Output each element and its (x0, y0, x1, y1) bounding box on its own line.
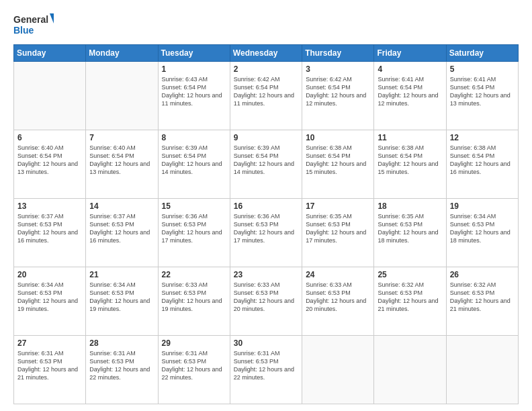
calendar-cell (302, 336, 374, 404)
day-number: 15 (162, 201, 226, 211)
calendar-cell: 24Sunrise: 6:33 AM Sunset: 6:53 PM Dayli… (302, 267, 374, 336)
day-info: Sunrise: 6:37 AM Sunset: 6:53 PM Dayligh… (89, 212, 154, 245)
calendar-header-row: SundayMondayTuesdayWednesdayThursdayFrid… (14, 45, 519, 62)
day-info: Sunrise: 6:38 AM Sunset: 6:54 PM Dayligh… (306, 144, 370, 177)
svg-text:Blue: Blue (13, 25, 34, 36)
day-number: 19 (450, 201, 515, 211)
calendar-week-3: 13Sunrise: 6:37 AM Sunset: 6:53 PM Dayli… (14, 199, 519, 267)
day-number: 2 (234, 64, 298, 74)
day-number: 3 (306, 64, 370, 74)
day-info: Sunrise: 6:31 AM Sunset: 6:53 PM Dayligh… (162, 349, 226, 382)
calendar-table: SundayMondayTuesdayWednesdayThursdayFrid… (13, 44, 519, 404)
calendar-cell: 2Sunrise: 6:42 AM Sunset: 6:54 PM Daylig… (230, 62, 302, 130)
logo: General Blue (13, 12, 54, 38)
day-number: 12 (450, 133, 515, 142)
day-number: 7 (89, 133, 154, 142)
day-info: Sunrise: 6:39 AM Sunset: 6:54 PM Dayligh… (162, 144, 226, 177)
day-number: 27 (17, 338, 82, 348)
calendar-cell: 25Sunrise: 6:32 AM Sunset: 6:53 PM Dayli… (374, 267, 446, 336)
day-number: 13 (17, 201, 82, 211)
calendar-cell: 21Sunrise: 6:34 AM Sunset: 6:53 PM Dayli… (86, 267, 158, 336)
calendar-cell (374, 336, 446, 404)
day-info: Sunrise: 6:38 AM Sunset: 6:54 PM Dayligh… (450, 144, 515, 177)
calendar-cell: 7Sunrise: 6:40 AM Sunset: 6:54 PM Daylig… (86, 130, 158, 199)
day-info: Sunrise: 6:37 AM Sunset: 6:53 PM Dayligh… (17, 212, 82, 245)
calendar-cell: 27Sunrise: 6:31 AM Sunset: 6:53 PM Dayli… (14, 336, 86, 404)
calendar-week-4: 20Sunrise: 6:34 AM Sunset: 6:53 PM Dayli… (14, 267, 519, 336)
day-number: 30 (234, 338, 298, 348)
calendar-cell: 4Sunrise: 6:41 AM Sunset: 6:54 PM Daylig… (374, 62, 446, 130)
day-info: Sunrise: 6:40 AM Sunset: 6:54 PM Dayligh… (89, 144, 154, 177)
day-number: 16 (234, 201, 298, 211)
day-number: 18 (378, 201, 442, 211)
calendar-cell: 14Sunrise: 6:37 AM Sunset: 6:53 PM Dayli… (86, 199, 158, 267)
col-header-monday: Monday (86, 45, 158, 62)
day-info: Sunrise: 6:31 AM Sunset: 6:53 PM Dayligh… (89, 349, 154, 382)
day-number: 29 (162, 338, 226, 348)
day-number: 5 (450, 64, 515, 74)
day-number: 24 (306, 270, 370, 279)
day-number: 23 (234, 270, 298, 279)
calendar-week-1: 1Sunrise: 6:43 AM Sunset: 6:54 PM Daylig… (14, 62, 519, 130)
day-info: Sunrise: 6:36 AM Sunset: 6:53 PM Dayligh… (234, 212, 298, 245)
day-info: Sunrise: 6:35 AM Sunset: 6:53 PM Dayligh… (378, 212, 442, 245)
day-info: Sunrise: 6:32 AM Sunset: 6:53 PM Dayligh… (378, 281, 442, 314)
calendar-cell: 3Sunrise: 6:42 AM Sunset: 6:54 PM Daylig… (302, 62, 374, 130)
calendar-cell: 6Sunrise: 6:40 AM Sunset: 6:54 PM Daylig… (14, 130, 86, 199)
day-info: Sunrise: 6:33 AM Sunset: 6:53 PM Dayligh… (306, 281, 370, 314)
day-number: 9 (234, 133, 298, 142)
calendar-cell (14, 62, 86, 130)
calendar-cell: 28Sunrise: 6:31 AM Sunset: 6:53 PM Dayli… (86, 336, 158, 404)
day-info: Sunrise: 6:32 AM Sunset: 6:53 PM Dayligh… (450, 281, 515, 314)
svg-marker-2 (50, 13, 54, 27)
calendar-cell: 1Sunrise: 6:43 AM Sunset: 6:54 PM Daylig… (158, 62, 230, 130)
day-number: 28 (89, 338, 154, 348)
day-number: 26 (450, 270, 515, 279)
day-number: 17 (306, 201, 370, 211)
calendar-cell: 11Sunrise: 6:38 AM Sunset: 6:54 PM Dayli… (374, 130, 446, 199)
col-header-wednesday: Wednesday (230, 45, 302, 62)
day-info: Sunrise: 6:33 AM Sunset: 6:53 PM Dayligh… (162, 281, 226, 314)
day-info: Sunrise: 6:31 AM Sunset: 6:53 PM Dayligh… (17, 349, 82, 382)
svg-text:General: General (13, 14, 48, 25)
calendar-cell: 13Sunrise: 6:37 AM Sunset: 6:53 PM Dayli… (14, 199, 86, 267)
day-number: 14 (89, 201, 154, 211)
day-info: Sunrise: 6:34 AM Sunset: 6:53 PM Dayligh… (450, 212, 515, 245)
calendar-cell: 30Sunrise: 6:31 AM Sunset: 6:53 PM Dayli… (230, 336, 302, 404)
calendar-cell: 22Sunrise: 6:33 AM Sunset: 6:53 PM Dayli… (158, 267, 230, 336)
day-info: Sunrise: 6:35 AM Sunset: 6:53 PM Dayligh… (306, 212, 370, 245)
day-info: Sunrise: 6:43 AM Sunset: 6:54 PM Dayligh… (162, 75, 226, 108)
calendar-cell: 15Sunrise: 6:36 AM Sunset: 6:53 PM Dayli… (158, 199, 230, 267)
day-number: 4 (378, 64, 442, 74)
calendar-cell: 16Sunrise: 6:36 AM Sunset: 6:53 PM Dayli… (230, 199, 302, 267)
day-number: 8 (162, 133, 226, 142)
day-info: Sunrise: 6:41 AM Sunset: 6:54 PM Dayligh… (378, 75, 442, 108)
day-info: Sunrise: 6:38 AM Sunset: 6:54 PM Dayligh… (378, 144, 442, 177)
calendar-cell: 10Sunrise: 6:38 AM Sunset: 6:54 PM Dayli… (302, 130, 374, 199)
day-number: 21 (89, 270, 154, 279)
day-info: Sunrise: 6:41 AM Sunset: 6:54 PM Dayligh… (450, 75, 515, 108)
calendar-cell: 23Sunrise: 6:33 AM Sunset: 6:53 PM Dayli… (230, 267, 302, 336)
day-number: 1 (162, 64, 226, 74)
calendar-cell (446, 336, 518, 404)
calendar-week-2: 6Sunrise: 6:40 AM Sunset: 6:54 PM Daylig… (14, 130, 519, 199)
day-info: Sunrise: 6:34 AM Sunset: 6:53 PM Dayligh… (89, 281, 154, 314)
calendar-cell: 20Sunrise: 6:34 AM Sunset: 6:53 PM Dayli… (14, 267, 86, 336)
day-number: 25 (378, 270, 442, 279)
calendar-cell (86, 62, 158, 130)
calendar-cell: 19Sunrise: 6:34 AM Sunset: 6:53 PM Dayli… (446, 199, 518, 267)
logo-icon: General Blue (13, 12, 54, 38)
col-header-saturday: Saturday (446, 45, 518, 62)
col-header-friday: Friday (374, 45, 446, 62)
calendar-cell: 8Sunrise: 6:39 AM Sunset: 6:54 PM Daylig… (158, 130, 230, 199)
calendar-cell: 9Sunrise: 6:39 AM Sunset: 6:54 PM Daylig… (230, 130, 302, 199)
col-header-tuesday: Tuesday (158, 45, 230, 62)
day-number: 22 (162, 270, 226, 279)
day-info: Sunrise: 6:39 AM Sunset: 6:54 PM Dayligh… (234, 144, 298, 177)
day-number: 11 (378, 133, 442, 142)
calendar-cell: 26Sunrise: 6:32 AM Sunset: 6:53 PM Dayli… (446, 267, 518, 336)
calendar-week-5: 27Sunrise: 6:31 AM Sunset: 6:53 PM Dayli… (14, 336, 519, 404)
calendar-cell: 17Sunrise: 6:35 AM Sunset: 6:53 PM Dayli… (302, 199, 374, 267)
day-info: Sunrise: 6:40 AM Sunset: 6:54 PM Dayligh… (17, 144, 82, 177)
col-header-sunday: Sunday (14, 45, 86, 62)
